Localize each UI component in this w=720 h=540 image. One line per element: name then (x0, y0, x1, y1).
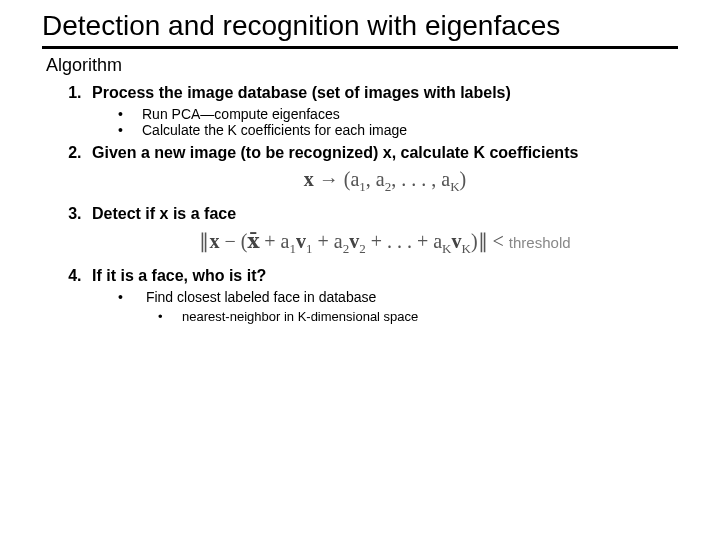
f1-close: ) (460, 168, 467, 190)
f2-a2: a (334, 230, 343, 252)
slide-subtitle: Algorithm (46, 55, 678, 76)
step-1-text: Process the image database (set of image… (92, 84, 511, 101)
f2-dots: + . . . + (366, 230, 434, 252)
step-4-bullet-1: Find closest labeled face in database ne… (118, 289, 678, 324)
step-4-subbullets: nearest-neighbor in K-dimensional space (158, 309, 678, 324)
f2-close: )∥ < (471, 230, 509, 252)
f2-xbar: x̄ (247, 230, 259, 252)
f1-arrow: → ( (314, 168, 351, 190)
f2-v1: v (296, 230, 306, 252)
slide-title: Detection and recognition with eigenface… (42, 10, 678, 42)
step-1: Process the image database (set of image… (86, 84, 678, 138)
f2-minus: − ( (219, 230, 247, 252)
step-4-subbullet-1: nearest-neighbor in K-dimensional space (158, 309, 678, 324)
f2-plus1: + (259, 230, 280, 252)
step-2: Given a new image (to be recognized) x, … (86, 144, 678, 195)
f2-v2: v (349, 230, 359, 252)
f1-sK: K (450, 179, 459, 194)
f2-sKb: K (462, 241, 471, 256)
step-3: Detect if x is a face ∥x − (x̄ + a1v1 + … (86, 205, 678, 257)
step-1-bullet-2: Calculate the K coefficients for each im… (118, 122, 678, 138)
f2-open: ∥ (199, 230, 209, 252)
slide: Detection and recognition with eigenface… (0, 0, 720, 540)
f1-a2: a (376, 168, 385, 190)
formula-coefficients: x → (a1, a2, . . . , aK) (92, 168, 678, 195)
step-1-bullets: Run PCA—compute eigenfaces Calculate the… (118, 106, 678, 138)
f2-aK: a (433, 230, 442, 252)
f1-c1: , (366, 168, 376, 190)
step-4-bullets: Find closest labeled face in database ne… (118, 289, 678, 324)
f2-vK: v (452, 230, 462, 252)
step-4-bullet-1-text: Find closest labeled face in database (146, 289, 376, 305)
f1-aK: a (441, 168, 450, 190)
step-2-text: Given a new image (to be recognized) x, … (92, 144, 578, 161)
f2-x: x (209, 230, 219, 252)
f2-plus2: + (312, 230, 333, 252)
f1-dots: , . . . , (391, 168, 441, 190)
algorithm-list: Process the image database (set of image… (64, 84, 678, 324)
step-1-bullet-1: Run PCA—compute eigenfaces (118, 106, 678, 122)
f1-x: x (304, 168, 314, 190)
f2-sKa: K (442, 241, 451, 256)
formula-threshold: ∥x − (x̄ + a1v1 + a2v2 + . . . + aKvK)∥ … (92, 229, 678, 257)
step-4-text: If it is a face, who is it? (92, 267, 266, 284)
step-3-text: Detect if x is a face (92, 205, 236, 222)
title-rule (42, 46, 678, 49)
f2-threshold: threshold (509, 234, 571, 251)
step-4: If it is a face, who is it? Find closest… (86, 267, 678, 324)
